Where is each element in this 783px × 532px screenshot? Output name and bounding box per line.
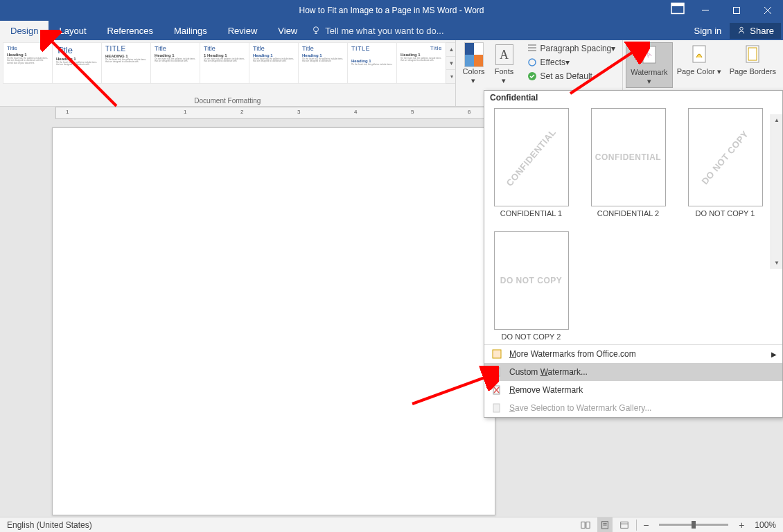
colors-button[interactable]: Colors▾ bbox=[459, 42, 489, 87]
fonts-button[interactable]: A Fonts▾ bbox=[489, 42, 520, 87]
theme-gallery[interactable]: TitleHeading 1On the Insert tab, the gal… bbox=[3, 42, 455, 84]
ribbon-tabs: Design Layout References Mailings Review… bbox=[0, 21, 783, 40]
theme-style-item[interactable]: TITLEHeading 1On the Insert tab, the gal… bbox=[347, 42, 397, 84]
zoom-out-button[interactable]: − bbox=[641, 520, 651, 531]
remove-watermark[interactable]: Remove Watermark bbox=[484, 381, 782, 399]
read-mode-view-button[interactable] bbox=[578, 517, 593, 533]
theme-style-item[interactable]: TitleHeading 1On the Insert tab, the gal… bbox=[150, 42, 200, 84]
status-language[interactable]: English (United States) bbox=[0, 520, 99, 530]
svg-rect-26 bbox=[493, 404, 500, 412]
svg-rect-32 bbox=[621, 522, 628, 528]
window-title: How to Fit an Image to a Page in MS Word… bbox=[299, 6, 484, 15]
svg-point-9 bbox=[740, 27, 743, 30]
ribbon-display-options-icon[interactable] bbox=[669, 0, 686, 17]
dropdown-scrollbar[interactable]: ▲ ▼ bbox=[771, 114, 782, 269]
tab-design[interactable]: Design bbox=[0, 21, 49, 40]
svg-rect-1 bbox=[671, 3, 684, 7]
watermark-dropdown: Confidential CONFIDENTIAL CONFIDENTIAL 1… bbox=[484, 90, 783, 418]
gallery-scroll-up[interactable]: ▲ bbox=[446, 43, 455, 56]
office-icon bbox=[491, 348, 502, 360]
custom-watermark[interactable]: A Custom Watermark... bbox=[484, 363, 782, 381]
colors-icon bbox=[464, 42, 484, 67]
paragraph-spacing-button[interactable]: Paragraph Spacing ▾ bbox=[522, 42, 620, 55]
watermark-preset-confidential-2[interactable]: CONFIDENTIAL CONFIDENTIAL 2 bbox=[588, 108, 668, 218]
share-button[interactable]: Share bbox=[730, 23, 781, 39]
tell-me-placeholder: Tell me what you want to do... bbox=[325, 26, 443, 36]
tab-mailings[interactable]: Mailings bbox=[164, 21, 218, 40]
close-button[interactable] bbox=[752, 0, 783, 21]
minimize-button[interactable] bbox=[689, 0, 721, 21]
share-icon bbox=[737, 26, 746, 35]
gallery-expand[interactable]: ▾ bbox=[446, 69, 455, 83]
sign-in-link[interactable]: Sign in bbox=[694, 26, 722, 36]
theme-style-item[interactable]: TitleHeading 1On the Insert tab, the gal… bbox=[249, 42, 299, 84]
zoom-slider[interactable] bbox=[659, 524, 728, 526]
zoom-level[interactable]: 100% bbox=[755, 520, 776, 530]
svg-text:A: A bbox=[495, 370, 498, 375]
watermark-icon: A bbox=[638, 44, 660, 66]
remove-watermark-icon bbox=[491, 384, 502, 396]
watermark-preset-do-not-copy-1[interactable]: DO NOT COPY DO NOT COPY 1 bbox=[685, 108, 765, 218]
svg-rect-3 bbox=[733, 8, 739, 14]
scroll-up-icon[interactable]: ▲ bbox=[771, 114, 782, 126]
theme-style-item[interactable]: Title1 Heading 1On the Insert tab, the g… bbox=[200, 42, 249, 84]
tell-me-search[interactable]: Tell me what you want to do... bbox=[311, 21, 443, 40]
theme-style-item[interactable]: TitleHeading 1On the Insert tab, the gal… bbox=[52, 42, 102, 84]
signin-share-area: Sign in Share bbox=[694, 21, 783, 40]
print-layout-view-button[interactable] bbox=[597, 517, 613, 533]
fonts-icon: A bbox=[493, 44, 516, 66]
page-color-button[interactable]: Page Color ▾ bbox=[673, 42, 725, 78]
svg-point-13 bbox=[529, 59, 536, 66]
paragraph-spacing-icon bbox=[527, 43, 538, 54]
statusbar: English (United States) − + 100% bbox=[0, 517, 783, 532]
effects-button[interactable]: Effects ▾ bbox=[522, 56, 620, 69]
page-color-icon bbox=[688, 44, 710, 66]
window-controls bbox=[669, 0, 783, 21]
tab-view[interactable]: View bbox=[267, 21, 308, 40]
web-layout-view-button[interactable] bbox=[617, 517, 632, 533]
tab-references[interactable]: References bbox=[97, 21, 164, 40]
save-gallery-icon bbox=[491, 402, 502, 414]
group-document-formatting: TitleHeading 1On the Insert tab, the gal… bbox=[0, 40, 456, 106]
lightbulb-icon bbox=[311, 26, 321, 35]
set-as-default-button[interactable]: Set as Default bbox=[522, 70, 620, 82]
gallery-scroll-down[interactable]: ▼ bbox=[446, 56, 455, 70]
tab-review[interactable]: Review bbox=[218, 21, 268, 40]
effects-icon bbox=[527, 57, 538, 68]
watermark-preset-do-not-copy-2[interactable]: DO NOT COPY DO NOT COPY 2 bbox=[491, 231, 571, 341]
svg-rect-20 bbox=[493, 350, 501, 358]
watermark-preset-confidential-1[interactable]: CONFIDENTIAL CONFIDENTIAL 1 bbox=[491, 108, 571, 218]
submenu-arrow-icon: ▶ bbox=[771, 351, 777, 358]
maximize-button[interactable] bbox=[721, 0, 752, 21]
dd-section-confidential: Confidential bbox=[484, 91, 782, 105]
tab-layout[interactable]: Layout bbox=[49, 21, 96, 40]
page-borders-button[interactable]: Page Borders bbox=[725, 42, 780, 78]
theme-style-item[interactable]: TitleHeading 1On the Insert tab, the gal… bbox=[396, 42, 446, 84]
checkmark-icon bbox=[527, 71, 538, 82]
more-watermarks-office[interactable]: More Watermarks from Office.com ▶ bbox=[484, 345, 782, 363]
theme-style-item[interactable]: TitleHeading 1On the Insert tab, the gal… bbox=[3, 42, 53, 84]
svg-rect-27 bbox=[581, 522, 585, 528]
zoom-in-button[interactable]: + bbox=[737, 520, 746, 531]
svg-point-6 bbox=[314, 27, 319, 32]
theme-style-item[interactable]: TITLEHEADING 1On the Insert tab, the gal… bbox=[101, 42, 151, 84]
page-borders-icon bbox=[741, 44, 764, 66]
watermark-button[interactable]: A Watermark▾ bbox=[626, 42, 672, 88]
watermark-preset-grid: CONFIDENTIAL CONFIDENTIAL 1 CONFIDENTIAL… bbox=[484, 105, 782, 344]
watermark-menu-commands: More Watermarks from Office.com ▶ A Cust… bbox=[484, 344, 782, 417]
svg-rect-28 bbox=[586, 522, 590, 528]
theme-style-item[interactable]: TitleHeading 1On the Insert tab, the gal… bbox=[298, 42, 348, 84]
document-page[interactable] bbox=[52, 127, 495, 515]
save-selection-watermark: Save Selection to Watermark Gallery... bbox=[484, 399, 782, 417]
group-label: Document Formatting bbox=[0, 97, 455, 106]
scroll-down-icon[interactable]: ▼ bbox=[771, 257, 782, 269]
theme-gallery-more: ▲ ▼ ▾ bbox=[446, 42, 455, 84]
custom-watermark-icon: A bbox=[491, 366, 502, 378]
titlebar: How to Fit an Image to a Page in MS Word… bbox=[0, 0, 783, 21]
